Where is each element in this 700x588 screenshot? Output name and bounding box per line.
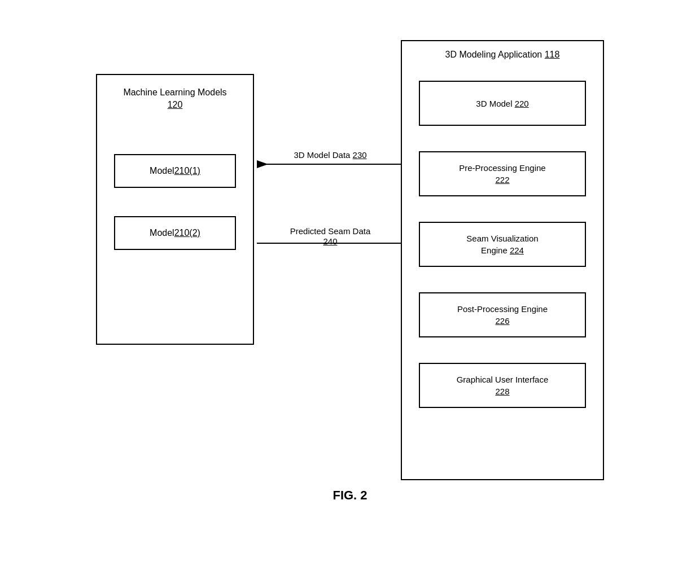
- arrow-label-top: 3D Model Data 230: [262, 150, 398, 160]
- app-title: 3D Modeling Application 118: [402, 50, 603, 60]
- ml-models-box: Machine Learning Models 120 Model 210(1)…: [96, 74, 254, 345]
- figure-label: FIG. 2: [96, 488, 604, 503]
- sub-box-seam-visualization: Seam VisualizationEngine 224: [419, 222, 586, 267]
- arrow-top-ref: 230: [353, 150, 367, 160]
- comp-1-ref: 222: [495, 175, 509, 185]
- model2-label: Model: [150, 228, 174, 238]
- comp-4-ref: 228: [495, 387, 509, 396]
- sub-box-pre-processing: Pre-Processing Engine222: [419, 151, 586, 196]
- app-box: 3D Modeling Application 118 3D Model 220…: [401, 40, 604, 480]
- ml-models-ref: 120: [168, 100, 183, 109]
- sub-box-3d-model: 3D Model 220: [419, 81, 586, 126]
- model1-label: Model: [150, 166, 174, 176]
- model-box-1: Model 210(1): [114, 154, 236, 188]
- comp-0-label: 3D Model 220: [476, 98, 528, 109]
- model2-ref: 210(2): [174, 228, 200, 238]
- comp-3-ref: 226: [495, 316, 509, 326]
- arrow-bottom-label: Predicted Seam Data240: [290, 226, 371, 246]
- ml-models-title: Machine Learning Models 120: [97, 86, 253, 112]
- arrow-label-bottom: Predicted Seam Data240: [262, 226, 398, 247]
- ml-models-label: Machine Learning Models: [123, 87, 226, 97]
- comp-3-label: Post-Processing Engine226: [457, 303, 548, 327]
- app-label: 3D Modeling Application: [445, 50, 545, 59]
- model1-ref: 210(1): [174, 166, 200, 176]
- arrow-top-label: 3D Model Data 230: [294, 150, 366, 160]
- sub-box-gui: Graphical User Interface228: [419, 363, 586, 408]
- app-ref: 118: [545, 50, 560, 59]
- comp-0-ref: 220: [515, 99, 529, 108]
- diagram-inner: Machine Learning Models 120 Model 210(1)…: [96, 40, 604, 525]
- diagram-container: Machine Learning Models 120 Model 210(1)…: [0, 0, 700, 588]
- comp-1-label: Pre-Processing Engine222: [459, 162, 545, 186]
- arrow-bottom-ref: 240: [323, 236, 337, 246]
- comp-4-label: Graphical User Interface228: [457, 374, 549, 397]
- comp-2-ref: 224: [510, 245, 524, 255]
- model-box-2: Model 210(2): [114, 216, 236, 250]
- comp-2-label: Seam VisualizationEngine 224: [466, 232, 538, 256]
- sub-box-post-processing: Post-Processing Engine226: [419, 292, 586, 337]
